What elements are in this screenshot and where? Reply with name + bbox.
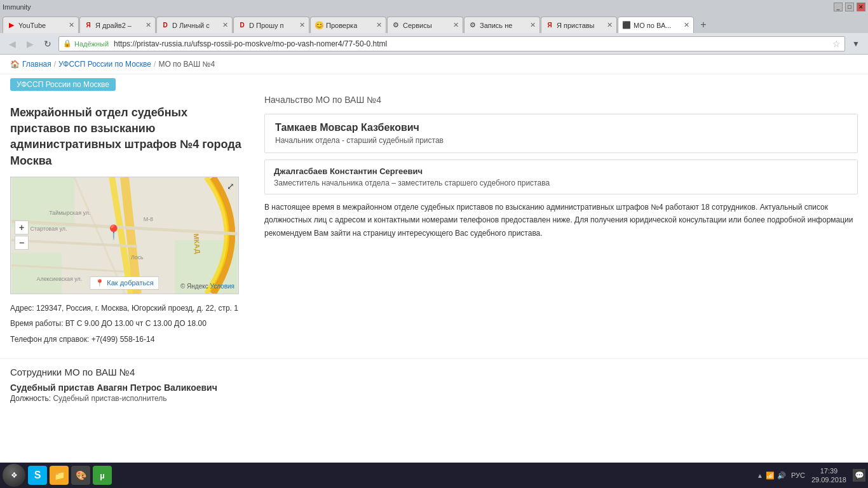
tab-proverka-label: Проверка (326, 22, 357, 29)
system-clock[interactable]: 17:39 29.09.2018 (811, 466, 846, 485)
pristavy-favicon: Я (545, 21, 554, 30)
zoom-in-button[interactable]: + (15, 220, 29, 234)
employee-role-value: Судебный пристав-исполнитель (53, 394, 166, 403)
taskbar-files-icon[interactable]: 📁 (50, 466, 69, 485)
pin-icon: 📍 (95, 279, 104, 287)
breadcrumb-sep1: / (54, 60, 56, 69)
tab-lichn-close[interactable]: ✕ (222, 21, 228, 29)
map-conditions-link[interactable]: Условия (210, 283, 234, 290)
tab-mopo-close[interactable]: ✕ (684, 21, 689, 29)
taskbar-skype-icon[interactable]: S (28, 466, 47, 485)
network-icon: 📶 (766, 471, 775, 480)
maximize-button[interactable]: □ (845, 3, 854, 11)
new-tab-button[interactable]: + (695, 17, 712, 33)
close-button[interactable]: ✕ (857, 3, 865, 11)
chief-card: Тамкаев Мовсар Казбекович Начальник отде… (264, 114, 858, 153)
tab-lichn-label: D Личный с (172, 22, 210, 29)
menu-arrow-button[interactable]: ▼ (849, 37, 863, 51)
mopo-favicon: ⬛ (622, 21, 631, 30)
start-button[interactable]: ❖ (3, 464, 25, 487)
back-button[interactable]: ◀ (5, 37, 19, 51)
tab-mopo-label: МО по ВА... (634, 22, 671, 29)
notification-icon: 💬 (855, 471, 864, 480)
office-hours: Время работы: ВТ С 9.00 ДО 13.00 чт С 13… (10, 317, 245, 330)
deputy-name: Джалгасбаев Константин Сергеевич (274, 166, 848, 176)
office-phone: Телефон для справок: +7(499) 558-16-14 (10, 333, 245, 346)
breadcrumb-home[interactable]: Главная (22, 60, 51, 69)
two-col-layout: Межрайонный отдел судебных приставов по … (0, 95, 868, 358)
taskbar-utorrent-icon[interactable]: µ (93, 466, 112, 485)
map-container: МКАД Таймырская ул. Стартовая ул. М-8 Ло… (10, 177, 239, 294)
lang-label: РУС (791, 471, 805, 479)
reload-button[interactable]: ↻ (41, 37, 55, 51)
organization-badge: УФССП России по Москве (10, 78, 116, 91)
svg-rect-3 (11, 252, 62, 293)
map-zoom-controls: + − (15, 220, 29, 250)
tab-servis-label: Сервисы (403, 22, 432, 29)
svg-text:М-8: М-8 (144, 216, 153, 222)
breadcrumb-level2: МО по ВАШ №4 (158, 60, 215, 69)
left-column: Межрайонный отдел судебных приставов по … (10, 95, 258, 348)
tab-youtube-label: YouTube (18, 22, 46, 29)
employees-section: Сотрудники МО по ВАШ №4 Судебный пристав… (0, 358, 868, 410)
taskbar-right: ▲ 📶 🔊 РУС 17:39 29.09.2018 💬 (757, 466, 865, 485)
tab-proverka-close[interactable]: ✕ (376, 21, 382, 29)
page-content: 🏠 Главная / УФССП России по Москве / МО … (0, 55, 868, 463)
map-directions-button[interactable]: 📍 Как добраться (90, 276, 159, 290)
bookmark-star-icon[interactable]: ☆ (832, 39, 841, 49)
tab-zapis-close[interactable]: ✕ (530, 21, 536, 29)
tab-proshu-close[interactable]: ✕ (299, 21, 305, 29)
tab-zapis-label: Запись не (480, 22, 512, 29)
tab-pristavy-close[interactable]: ✕ (607, 21, 613, 29)
tab-proverka[interactable]: 😊 Проверка ✕ (310, 17, 386, 33)
tab-servis[interactable]: ⚙ Сервисы ✕ (387, 17, 463, 33)
map-pin: 📍 (105, 224, 122, 241)
deputy-role: Заместитель начальника отдела – заместит… (274, 179, 848, 187)
tray-expand-icon[interactable]: ▲ (757, 472, 763, 479)
minimize-button[interactable]: _ (834, 3, 843, 11)
drive-favicon: Я (84, 21, 93, 30)
map-expand-button[interactable]: ⤢ (227, 181, 234, 191)
tab-drive-close[interactable]: ✕ (146, 21, 151, 29)
taskbar: ❖ S 📁 🎨 µ ▲ 📶 🔊 РУС 17:39 29.09.2018 (0, 463, 868, 488)
browser-title-label: Immunity (3, 3, 31, 11)
tab-youtube-close[interactable]: ✕ (69, 21, 74, 29)
volume-icon: 🔊 (777, 471, 786, 480)
tab-drive-label: Я драйв2 – (95, 22, 132, 29)
proshu-favicon: D (238, 21, 247, 30)
svg-text:Таймырская ул.: Таймырская ул. (49, 210, 90, 216)
notification-button[interactable]: 💬 (853, 469, 865, 482)
lock-icon: 🔒 (63, 39, 72, 48)
forward-button[interactable]: ▶ (23, 37, 37, 51)
tab-servis-close[interactable]: ✕ (453, 21, 459, 29)
svg-text:Алексиевская ул.: Алексиевская ул. (37, 276, 83, 282)
chief-name: Тамкаев Мовсар Казбекович (275, 122, 847, 133)
proverka-favicon: 😊 (315, 21, 323, 30)
taskbar-paint-icon[interactable]: 🎨 (71, 466, 90, 485)
tab-drive[interactable]: Я Я драйв2 – ✕ (79, 17, 156, 33)
svg-text:Лось: Лось (131, 254, 144, 260)
map-how-label: Как добраться (107, 279, 153, 287)
tab-pristavy[interactable]: Я Я приставы ✕ (541, 17, 617, 33)
tab-zapis[interactable]: ⚙ Запись не ✕ (464, 17, 540, 33)
home-icon: 🏠 (10, 60, 20, 69)
clock-time: 17:39 (820, 466, 838, 475)
start-icon: ❖ (11, 471, 18, 480)
tab-youtube[interactable]: ▶ YouTube ✕ (3, 17, 79, 33)
office-address: Адрес: 129347, Россия, г. Москва, Югорск… (10, 302, 245, 315)
address-input-wrap[interactable]: 🔒 Надёжный https://pristav-russia.ru/ufs… (58, 36, 845, 51)
zoom-out-button[interactable]: − (15, 236, 29, 250)
tab-proshu-label: D Прошу п (249, 22, 283, 29)
tab-lichn[interactable]: D D Личный с ✕ (156, 17, 233, 33)
tab-proshu[interactable]: D D Прошу п ✕ (233, 17, 309, 33)
main-area: 🏠 Главная / УФССП России по Москве / МО … (0, 55, 868, 463)
breadcrumb-level1[interactable]: УФССП России по Москве (58, 60, 151, 69)
sys-tray: ▲ 📶 🔊 РУС (757, 471, 808, 480)
right-section-title: Начальство МО по ВАШ №4 (264, 95, 858, 107)
employee-role-label: Должность: (10, 394, 51, 403)
employee-name: Судебный пристав Авагян Петрос Валикоеви… (10, 383, 858, 393)
chief-role: Начальник отдела - старший судебный прис… (275, 136, 847, 145)
tab-mopo[interactable]: ⬛ МО по ВА... ✕ (618, 17, 694, 33)
svg-rect-1 (11, 177, 74, 227)
ssl-label: Надёжный (74, 40, 109, 48)
